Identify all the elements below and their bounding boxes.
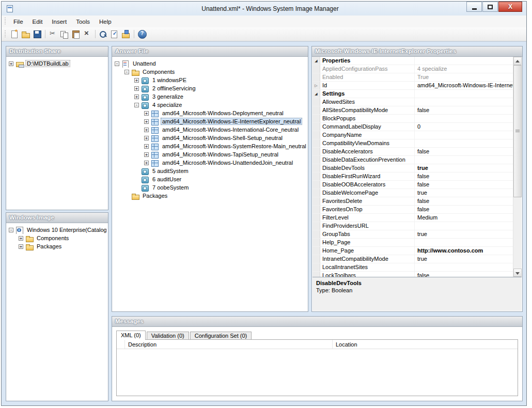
property-value[interactable]: false xyxy=(415,197,513,205)
property-row[interactable]: BlockPopups xyxy=(312,115,513,123)
property-value[interactable]: true xyxy=(415,189,513,197)
property-value[interactable] xyxy=(415,98,513,106)
property-row[interactable]: AllowedSites xyxy=(312,98,513,106)
property-value[interactable]: false xyxy=(415,106,513,114)
menu-file[interactable]: File xyxy=(9,17,28,26)
property-value[interactable] xyxy=(415,139,513,147)
tree-item[interactable]: +amd64_Microsoft-Windows-UnattendedJoin_… xyxy=(115,159,306,167)
cut-icon[interactable] xyxy=(48,29,58,39)
tree-item[interactable]: +amd64_Microsoft-Windows-TapiSetup_neutr… xyxy=(115,150,306,159)
collapse-icon[interactable]: - xyxy=(124,70,129,74)
titlebar[interactable]: Unattend.xml* - Windows System Image Man… xyxy=(2,2,526,15)
expand-icon[interactable]: + xyxy=(144,111,149,116)
collapse-icon[interactable]: - xyxy=(9,228,13,232)
property-section-row[interactable]: ◢Settings xyxy=(312,90,513,98)
tree-item[interactable]: 5 auditSystem xyxy=(115,167,306,175)
expand-icon[interactable]: + xyxy=(144,152,149,157)
property-row[interactable]: ▷Idamd64_Microsoft-Windows-IE-InternetEx xyxy=(312,82,513,90)
column-location[interactable]: Location xyxy=(333,340,518,349)
property-value[interactable]: false xyxy=(415,172,513,180)
expand-icon[interactable]: + xyxy=(9,61,13,66)
property-section-row[interactable]: ◢Properties xyxy=(312,57,513,65)
property-row[interactable]: AllSitesCompatibilityModefalse xyxy=(312,106,513,115)
property-value[interactable]: false xyxy=(415,206,513,213)
tree-item[interactable]: +Packages xyxy=(9,242,106,250)
tree-item[interactable]: -Windows 10 Enterprise(Catalog) xyxy=(9,226,106,234)
tree-item[interactable]: 7 oobeSystem xyxy=(115,183,306,192)
property-value[interactable] xyxy=(415,57,513,65)
property-row[interactable]: GroupTabstrue xyxy=(312,230,513,239)
tree-item[interactable]: +Components xyxy=(9,234,106,242)
tree-item[interactable]: +3 generalize xyxy=(115,92,306,101)
property-value[interactable]: 4 specialize xyxy=(415,65,513,73)
expand-icon[interactable]: + xyxy=(144,144,149,149)
scroll-down-icon[interactable] xyxy=(513,269,522,277)
delete-icon[interactable] xyxy=(82,29,92,39)
scroll-up-icon[interactable] xyxy=(513,57,522,65)
property-row[interactable]: DisableWelcomePagetrue xyxy=(312,189,513,197)
property-value[interactable]: amd64_Microsoft-Windows-IE-InternetEx xyxy=(415,82,513,89)
find-icon[interactable] xyxy=(98,29,108,39)
maximize-button[interactable] xyxy=(482,2,498,12)
tree-item[interactable]: +amd64_Microsoft-Windows-IE-InternetExpl… xyxy=(115,117,306,125)
property-row[interactable]: AppliedConfigurationPass4 specialize xyxy=(312,65,513,73)
expand-icon[interactable]: + xyxy=(134,86,139,91)
menu-edit[interactable]: Edit xyxy=(28,17,48,26)
collapse-icon[interactable]: - xyxy=(134,103,139,107)
expand-icon[interactable]: + xyxy=(144,128,149,132)
save-icon[interactable] xyxy=(32,29,42,39)
tab-configuration-set[interactable]: Configuration Set (0) xyxy=(190,332,252,340)
property-row[interactable]: FilterLevelMedium xyxy=(312,214,513,222)
property-row[interactable]: IntranetCompatibilityModetrue xyxy=(312,255,513,263)
collapse-icon[interactable]: - xyxy=(115,61,119,66)
tree-item[interactable]: +2 offlineServicing xyxy=(115,84,306,92)
property-row[interactable]: LockToolbarsfalse xyxy=(312,272,513,277)
property-row[interactable]: DisableAcceleratorsfalse xyxy=(312,148,513,156)
create-config-set-icon[interactable] xyxy=(121,29,131,39)
property-value[interactable] xyxy=(415,156,513,164)
tree-item[interactable]: -Unattend xyxy=(115,59,306,68)
tree-item[interactable]: -4 specialize xyxy=(115,101,306,109)
close-button[interactable]: X xyxy=(498,2,522,12)
expand-icon[interactable]: + xyxy=(134,95,139,99)
menu-help[interactable]: Help xyxy=(95,17,116,26)
property-value[interactable]: 0 xyxy=(415,123,513,131)
property-value[interactable]: false xyxy=(415,272,513,277)
property-row[interactable]: CompanyName xyxy=(312,131,513,139)
property-row[interactable]: Help_Page xyxy=(312,239,513,247)
property-row[interactable]: FavoritesOnTopfalse xyxy=(312,206,513,214)
menu-tools[interactable]: Tools xyxy=(71,17,95,26)
expand-icon[interactable]: + xyxy=(19,244,23,249)
collapse-icon[interactable]: ◢ xyxy=(312,90,320,98)
property-value[interactable]: true xyxy=(415,255,513,263)
column-description[interactable]: Description xyxy=(125,340,333,349)
tree-item[interactable]: Packages xyxy=(115,192,306,200)
property-row[interactable]: DisableDataExecutionPrevention xyxy=(312,156,513,164)
property-value[interactable]: http://www.contoso.com xyxy=(415,247,513,255)
expand-icon[interactable]: + xyxy=(19,236,23,241)
tab-validation[interactable]: Validation (0) xyxy=(147,332,189,340)
scrollbar-thumb[interactable] xyxy=(513,65,522,197)
validate-icon[interactable] xyxy=(109,29,120,39)
copy-icon[interactable] xyxy=(59,29,70,39)
property-value[interactable] xyxy=(415,222,513,230)
paste-icon[interactable] xyxy=(71,29,81,39)
help-icon[interactable] xyxy=(137,29,147,39)
open-icon[interactable] xyxy=(21,29,31,39)
property-row[interactable]: DisableFirstRunWizardfalse xyxy=(312,172,513,181)
tree-item[interactable]: 6 auditUser xyxy=(115,175,306,183)
property-value[interactable]: True xyxy=(415,73,513,81)
property-value[interactable] xyxy=(415,90,513,98)
property-value[interactable] xyxy=(415,263,513,271)
property-row[interactable]: DisableDevToolstrue xyxy=(312,164,513,172)
tree-item[interactable]: +1 windowsPE xyxy=(115,76,306,84)
property-value[interactable] xyxy=(415,239,513,246)
tab-xml[interactable]: XML (0) xyxy=(116,331,146,340)
new-answer-file-icon[interactable] xyxy=(9,29,20,39)
tree-item[interactable]: +amd64_Microsoft-Windows-International-C… xyxy=(115,125,306,134)
expand-icon[interactable]: + xyxy=(144,136,149,140)
property-row[interactable]: LocalIntranetSites xyxy=(312,263,513,272)
collapse-icon[interactable]: ◢ xyxy=(312,57,320,65)
property-value[interactable] xyxy=(415,115,513,122)
minimize-button[interactable] xyxy=(466,2,482,12)
